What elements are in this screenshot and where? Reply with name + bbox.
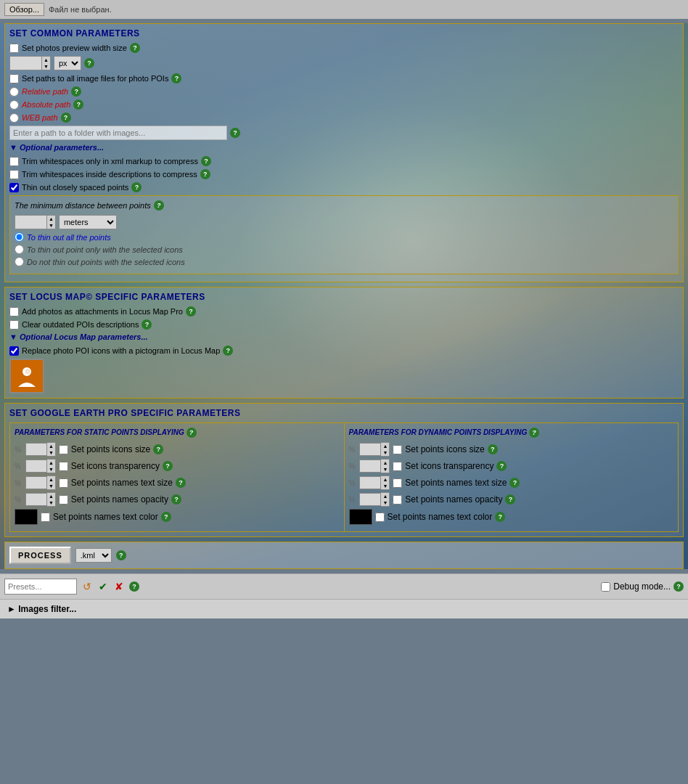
process-button[interactable]: PROCESS	[9, 547, 71, 564]
clear-pois-help[interactable]: ?	[142, 319, 152, 330]
locus-optional-toggle[interactable]: ▼ Optional Locus Map parameters...	[9, 332, 679, 341]
static-icons-size-input[interactable]	[25, 443, 47, 456]
dynamic-text-color-swatch[interactable]	[349, 509, 372, 525]
dynamic-icons-transparency-spinner[interactable]: ▲▼	[381, 459, 390, 473]
path-input-help[interactable]: ?	[230, 128, 240, 138]
web-path-help[interactable]: ?	[61, 113, 71, 123]
dynamic-icons-transparency-help[interactable]: ?	[496, 461, 507, 471]
static-names-text-size-checkbox[interactable]	[59, 478, 68, 488]
static-text-color-help[interactable]: ?	[161, 512, 171, 522]
min-distance-down[interactable]: ▼	[47, 222, 55, 229]
static-text-color-checkbox[interactable]	[41, 513, 50, 522]
thin-all-radio[interactable]	[15, 232, 24, 242]
static-icons-transparency-spinner[interactable]: ▲▼	[47, 459, 56, 473]
preview-width-checkbox[interactable]	[9, 44, 19, 53]
dynamic-icons-size-input[interactable]	[359, 443, 381, 456]
image-paths-checkbox[interactable]	[9, 74, 19, 83]
min-distance-help[interactable]: ?	[154, 200, 164, 211]
preview-width-unit-select[interactable]: px %	[54, 56, 81, 70]
preview-width-down[interactable]: ▼	[42, 63, 50, 70]
replace-icons-help[interactable]: ?	[223, 346, 233, 356]
dynamic-icons-size-checkbox[interactable]	[393, 445, 402, 454]
clear-pois-checkbox[interactable]	[9, 320, 19, 330]
static-names-opacity-checkbox[interactable]	[59, 495, 68, 505]
no-thin-selected-radio[interactable]	[15, 257, 24, 266]
path-input[interactable]	[9, 126, 227, 140]
relative-path-radio[interactable]	[9, 87, 19, 97]
dynamic-icons-transparency-input[interactable]	[359, 460, 381, 473]
trim-desc-help[interactable]: ?	[200, 169, 210, 179]
min-distance-spinner[interactable]: ▲ ▼	[47, 215, 56, 229]
trim-xml-checkbox[interactable]	[9, 157, 19, 166]
static-names-opacity-help[interactable]: ?	[171, 494, 181, 505]
dynamic-names-text-size-input[interactable]	[359, 476, 381, 489]
dynamic-icons-size-spinner[interactable]: ▲▼	[381, 442, 390, 457]
debug-mode-help[interactable]: ?	[673, 581, 684, 592]
dynamic-icons-size-help[interactable]: ?	[488, 444, 498, 454]
static-icons-transparency-help[interactable]: ?	[163, 461, 173, 471]
min-distance-input[interactable]: 100	[15, 215, 47, 229]
static-names-opacity-input[interactable]	[25, 493, 47, 506]
static-text-color-swatch[interactable]	[15, 509, 38, 525]
add-photos-help[interactable]: ?	[186, 306, 196, 317]
thin-out-help[interactable]: ?	[131, 182, 142, 192]
dynamic-names-opacity-checkbox[interactable]	[393, 495, 402, 505]
dynamic-names-opacity-input[interactable]	[359, 493, 381, 506]
absolute-path-radio[interactable]	[9, 100, 19, 110]
icon-preview[interactable]: ♲	[9, 359, 44, 393]
absolute-path-help[interactable]: ?	[73, 99, 83, 110]
dynamic-text-color-help[interactable]: ?	[495, 512, 505, 522]
preview-width-unit-help[interactable]: ?	[84, 58, 94, 68]
images-filter-bar[interactable]: ► Images filter...	[0, 599, 688, 618]
format-select[interactable]: .kml .kmz .gpx	[75, 548, 112, 563]
static-icons-transparency-input[interactable]	[25, 460, 47, 473]
dynamic-names-opacity-help[interactable]: ?	[505, 494, 515, 505]
min-distance-unit-select[interactable]: meters km feet miles	[59, 215, 117, 229]
static-icons-size-checkbox[interactable]	[59, 445, 68, 454]
add-photos-checkbox[interactable]	[9, 307, 19, 317]
replace-icons-checkbox[interactable]	[9, 346, 19, 356]
static-icons-transparency-checkbox[interactable]	[59, 462, 68, 471]
preview-width-help[interactable]: ?	[130, 43, 140, 53]
dynamic-icons-transparency-checkbox[interactable]	[393, 462, 402, 471]
dynamic-names-text-size-spinner[interactable]: ▲▼	[381, 475, 390, 490]
no-thin-selected-label: Do not thin out points with the selected…	[27, 258, 185, 266]
dynamic-names-text-size-help[interactable]: ?	[509, 478, 520, 488]
trim-xml-help[interactable]: ?	[201, 156, 211, 166]
preview-width-input[interactable]: 600	[9, 56, 42, 70]
preset-confirm-button[interactable]: ✔	[97, 581, 109, 592]
browse-button[interactable]: Обзор...	[4, 3, 44, 16]
presets-input[interactable]	[4, 579, 77, 595]
min-distance-up[interactable]: ▲	[47, 216, 55, 222]
preview-width-up[interactable]: ▲	[42, 57, 50, 63]
bottom-bar: ↺ ✔ ✘ ? Debug mode... ?	[0, 573, 688, 599]
ge-dynamic-title-help[interactable]: ?	[529, 428, 539, 438]
ge-static-title-help[interactable]: ?	[187, 428, 197, 438]
static-names-opacity-spinner[interactable]: ▲▼	[47, 492, 56, 507]
preview-width-spinner[interactable]: ▲ ▼	[42, 56, 51, 70]
static-names-text-size-spinner[interactable]: ▲▼	[47, 475, 56, 490]
replace-icons-label: Replace photo POI icons with a pictogram…	[22, 346, 220, 355]
process-help[interactable]: ?	[116, 550, 126, 560]
image-paths-help[interactable]: ?	[171, 73, 181, 83]
static-names-text-size-help[interactable]: ?	[176, 478, 186, 488]
optional-params-toggle[interactable]: ▼ Optional parameters...	[9, 143, 679, 152]
min-distance-controls: 100 ▲ ▼ meters km feet miles	[15, 215, 673, 229]
dynamic-names-opacity-spinner[interactable]: ▲▼	[381, 492, 390, 507]
thin-out-checkbox[interactable]	[9, 183, 19, 192]
static-names-text-size-input[interactable]	[25, 476, 47, 489]
preset-delete-button[interactable]: ✘	[113, 581, 125, 592]
web-path-radio[interactable]	[9, 113, 19, 123]
static-icons-size-spinner[interactable]: ▲▼	[47, 442, 56, 457]
preset-refresh-button[interactable]: ↺	[81, 581, 93, 592]
dynamic-names-text-size-checkbox[interactable]	[393, 478, 402, 488]
thin-selected-radio[interactable]	[15, 245, 24, 254]
preset-help[interactable]: ?	[129, 581, 139, 592]
relative-path-help[interactable]: ?	[71, 86, 81, 97]
file-bar: Обзор... Файл не выбран.	[0, 0, 688, 19]
dynamic-text-color-checkbox[interactable]	[375, 513, 385, 522]
trim-desc-checkbox[interactable]	[9, 170, 19, 179]
static-icons-size-help[interactable]: ?	[153, 444, 163, 454]
debug-mode-checkbox[interactable]	[601, 582, 610, 592]
static-icons-size-pct: %	[15, 446, 21, 454]
